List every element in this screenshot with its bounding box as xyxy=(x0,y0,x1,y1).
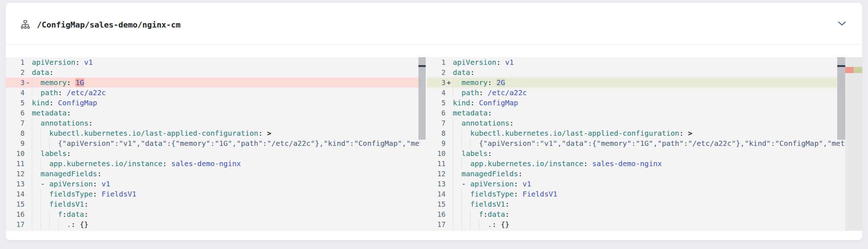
line-number: 1 xyxy=(6,57,25,67)
code-text: apiVersion: v1 xyxy=(32,57,420,67)
diff-sign xyxy=(446,169,452,179)
indent-guide xyxy=(453,77,453,88)
indent-guide xyxy=(461,159,462,169)
code-line: 5kind: ConfigMap xyxy=(6,98,420,108)
diff-sign xyxy=(446,219,452,229)
line-number: 7 xyxy=(427,118,446,128)
diff-header: /ConfigMap/sales-demo/nginx-cm xyxy=(6,3,862,44)
indent-guide xyxy=(453,209,453,219)
line-number: 12 xyxy=(427,169,446,179)
code-line: 13 - apiVersion: v1 xyxy=(6,179,420,189)
line-number: 14 xyxy=(427,189,446,199)
code-line: 8 kubectl.kubernetes.io/last-applied-con… xyxy=(6,128,420,138)
code-text: kind: ConfigMap xyxy=(32,98,420,108)
code-line: 17 .: {} xyxy=(6,219,420,229)
indent-guide xyxy=(470,138,471,148)
code-text: kind: ConfigMap xyxy=(453,98,845,108)
diff-sign xyxy=(446,179,452,189)
code-line: 9 {"apiVersion":"v1","data":{"memory":"1… xyxy=(6,138,420,148)
indent-guide xyxy=(461,128,462,138)
indent-guide xyxy=(32,179,32,189)
code-line: 4 path: /etc/a22c xyxy=(427,88,845,98)
code-text: f:data: xyxy=(32,209,420,219)
code-text: f:data: xyxy=(453,209,845,219)
diff-sign xyxy=(446,98,452,108)
line-number: 3 xyxy=(6,77,25,88)
indent-guide xyxy=(453,199,453,209)
diff-sign xyxy=(25,199,31,209)
code-line: 12 managedFields: xyxy=(427,169,845,179)
line-number: 2 xyxy=(6,67,25,77)
diff-sign xyxy=(446,88,452,98)
indent-guide xyxy=(453,88,453,98)
diff-sign xyxy=(25,88,31,98)
diff-sign xyxy=(25,219,31,229)
code-text: - apiVersion: v1 xyxy=(32,179,420,189)
indent-guide xyxy=(453,128,453,138)
diff-sign xyxy=(25,138,31,148)
code-line: 6metadata: xyxy=(6,108,420,118)
diff-sign xyxy=(25,108,31,118)
indent-guide xyxy=(453,179,453,189)
line-number: 9 xyxy=(427,138,446,148)
code-text: fieldsType: FieldsV1 xyxy=(32,189,420,199)
diff-sign xyxy=(25,128,31,138)
code-text: fieldsV1: xyxy=(453,199,845,209)
indent-guide xyxy=(32,77,32,88)
collapse-button[interactable] xyxy=(835,17,848,30)
diff-sign xyxy=(25,118,31,128)
code-line: 4 path: /etc/a22c xyxy=(6,88,420,98)
indent-guide xyxy=(453,169,453,179)
diff-sign xyxy=(25,57,31,67)
line-number: 17 xyxy=(427,219,446,229)
code-line: 16 f:data: xyxy=(427,209,845,219)
code-text: labels: xyxy=(32,148,420,159)
code-line: 9 {"apiVersion":"v1","data":{"memory":"1… xyxy=(427,138,845,148)
indent-guide xyxy=(32,118,32,128)
modified-pane: 1apiVersion: v12data:3+ memory: 2G4 path… xyxy=(427,57,862,231)
diff-sign xyxy=(25,179,31,189)
code-line: 2data: xyxy=(427,67,845,77)
code-text: labels: xyxy=(453,148,845,159)
code-line: 3+ memory: 2G xyxy=(427,77,845,88)
indent-guide xyxy=(461,189,462,199)
line-number: 5 xyxy=(427,98,446,108)
right-pane-scrollbar-thumb[interactable] xyxy=(837,57,845,140)
line-number: 8 xyxy=(6,128,25,138)
deleted-region-marker xyxy=(845,67,854,73)
code-text: {"apiVersion":"v1","data":{"memory":"1G"… xyxy=(453,138,845,148)
code-text: apiVersion: v1 xyxy=(453,57,845,67)
code-line: 5kind: ConfigMap xyxy=(427,98,845,108)
indent-guide xyxy=(41,128,41,138)
line-number: 15 xyxy=(427,199,446,209)
code-line: 3- memory: 1G xyxy=(6,77,420,88)
left-scrollbar-diff-mark xyxy=(418,65,426,67)
added-region-marker xyxy=(854,67,862,73)
chevron-down-icon xyxy=(838,21,846,26)
line-number: 8 xyxy=(427,128,446,138)
indent-guide xyxy=(32,128,32,138)
diff-sign: - xyxy=(25,77,31,88)
code-line: 7 annotations: xyxy=(427,118,845,128)
code-text: managedFields: xyxy=(32,169,420,179)
code-text: metadata: xyxy=(453,108,845,118)
indent-guide xyxy=(32,219,32,229)
diff-editor: 1apiVersion: v12data:3- memory: 1G4 path… xyxy=(6,57,862,231)
code-text: kubectl.kubernetes.io/last-applied-confi… xyxy=(32,128,420,138)
indent-guide xyxy=(41,138,41,148)
code-line: 13 - apiVersion: v1 xyxy=(427,179,845,189)
diff-sign xyxy=(446,108,452,118)
line-number: 10 xyxy=(6,148,25,159)
indent-guide xyxy=(49,138,50,148)
indent-guide xyxy=(32,199,32,209)
code-line: 1apiVersion: v1 xyxy=(427,57,845,67)
code-line: 16 f:data: xyxy=(6,209,420,219)
diff-sign xyxy=(446,199,452,209)
code-text: kubectl.kubernetes.io/last-applied-confi… xyxy=(453,128,845,138)
left-pane-scrollbar-thumb[interactable] xyxy=(418,57,426,140)
code-text: annotations: xyxy=(453,118,845,128)
line-number: 16 xyxy=(427,209,446,219)
line-number: 5 xyxy=(6,98,25,108)
code-line: 10 labels: xyxy=(6,148,420,159)
indent-guide xyxy=(41,159,41,169)
